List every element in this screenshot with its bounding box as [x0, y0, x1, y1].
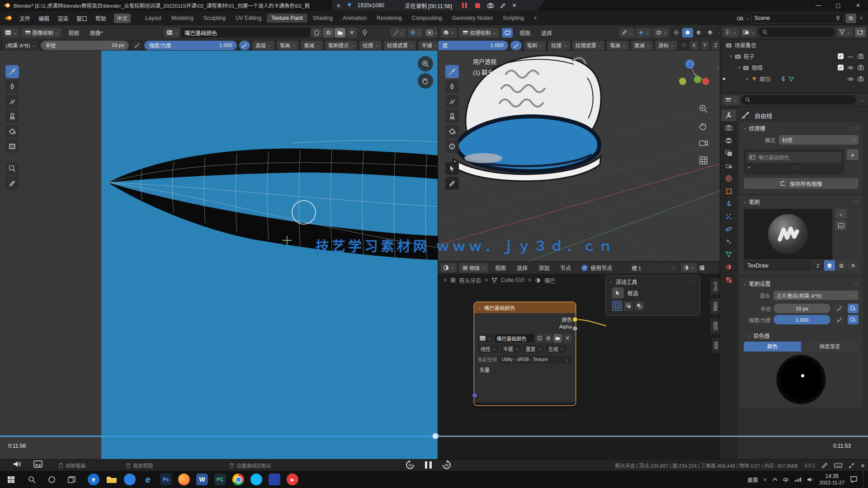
color-wheel-cursor[interactable] [801, 374, 804, 377]
chevron-down-icon[interactable]: ⌄ [743, 282, 746, 286]
radius-pressure-button[interactable] [833, 304, 845, 313]
socket-alpha-output[interactable] [572, 326, 578, 331]
workspace-tab-modeling[interactable]: Modeling [167, 14, 198, 23]
taskbar-date[interactable]: 2022-11-27 [820, 480, 844, 486]
gizmo-axis-y[interactable] [694, 76, 701, 83]
node-image-browse[interactable]: ⌄ [478, 334, 493, 343]
scene-chevron-icon[interactable]: ⌄ [746, 16, 750, 20]
collection-eyes-checkbox[interactable]: ✓ [838, 65, 844, 70]
tab-texture[interactable] [721, 274, 736, 286]
popover-falloff[interactable]: 衰减⌄ [301, 41, 323, 50]
taskbar-app-blue-square[interactable] [269, 474, 280, 485]
tool-gradient-button[interactable] [5, 140, 19, 153]
cortana-button[interactable] [42, 476, 61, 483]
ime-indicator[interactable]: 中 [783, 475, 789, 484]
start-button[interactable] [0, 476, 22, 483]
taskbar-app-ps[interactable]: Ps [160, 474, 172, 485]
tool-soften-button[interactable] [5, 80, 19, 93]
properties-options-chevron[interactable]: ⌄ [859, 98, 866, 102]
socket-vector-input[interactable] [472, 393, 477, 398]
taskbar-app-ie[interactable]: e [142, 474, 154, 485]
viewport-grid-icon[interactable] [698, 155, 708, 165]
workspace-tab-shading[interactable]: Shading [308, 14, 337, 23]
brush-users-count[interactable]: 2 [812, 260, 823, 271]
panel-grip-icon[interactable]: :::: [853, 281, 859, 286]
taskbar-search-button[interactable] [22, 476, 42, 483]
outliner-row-object-eyewhite[interactable]: ▸ 眼白 [720, 73, 868, 84]
color-wheel[interactable] [777, 355, 826, 404]
outliner-row-scene-collection[interactable]: 场景集合 [720, 39, 868, 51]
popover-advanced[interactable]: 高级⌄ [252, 41, 274, 50]
node-source-dropdown[interactable]: 生成⌄ [546, 344, 567, 353]
shading-wireframe-button[interactable] [671, 28, 682, 38]
node-header[interactable]: ⌄ 嘴巴基础颜色 [474, 302, 576, 313]
recorder-menu-icon[interactable]: ≡ [337, 2, 340, 9]
image-browse-button[interactable]: ⌄ [164, 28, 180, 38]
collection-shoes-checkbox[interactable]: ✓ [838, 53, 844, 59]
blend-mode-dropdown[interactable]: (相乘 A*B)⌄ [3, 41, 38, 50]
shrink-icon[interactable] [849, 463, 854, 469]
image-open-button[interactable] [335, 28, 345, 38]
tray-expand-icon[interactable] [772, 478, 778, 481]
brush-selector-chevron[interactable]: ⌄ [835, 209, 847, 219]
workspace-tab-sculpting[interactable]: Sculpting [199, 14, 230, 23]
chevron-down-icon[interactable]: ⌄ [609, 280, 613, 284]
image-copy-button[interactable]: ⧉ [323, 28, 334, 38]
recorder-pencil-icon[interactable] [500, 3, 506, 9]
gizmo-axis-x[interactable] [702, 78, 709, 85]
tool-3d-clone-button[interactable] [445, 110, 459, 123]
taskbar-app-explorer[interactable] [106, 474, 118, 485]
outliner-restriction-dropdown[interactable]: ⌄ [741, 28, 757, 37]
viewport-zoom-icon[interactable] [698, 104, 708, 114]
radius-slider[interactable]: 半径 19 px [41, 41, 129, 50]
chevron-down-icon[interactable]: ⌄ [747, 333, 751, 338]
node-tab-arrange[interactable]: 排列 [710, 318, 720, 335]
popover-cursor[interactable]: 笔刷提示⌄ [325, 41, 358, 50]
properties-filter-dropdown[interactable]: ⌄ [723, 95, 739, 105]
taskbar-app-chrome[interactable] [232, 474, 244, 485]
tool-sample-button[interactable] [5, 162, 19, 175]
taskbar-app-pycharm[interactable]: PC [214, 474, 226, 485]
window-close-button[interactable]: ✕ [848, 2, 868, 9]
speaker-icon[interactable] [807, 477, 814, 483]
outliner-display-mode-dropdown[interactable]: ⌄ [723, 28, 739, 37]
tab-particles[interactable] [721, 211, 736, 222]
image-name-field[interactable]: 嘴巴基础颜色 [181, 28, 310, 38]
workspace-tab-compositing[interactable]: Compositing [407, 14, 447, 23]
popover-texture-mask[interactable]: 纹理遮罩⌄ [384, 41, 416, 50]
properties-strength-slider[interactable]: 1.000 [774, 315, 830, 324]
brush-preview-toggle[interactable] [835, 221, 847, 230]
chevron-down-icon[interactable]: ⌄ [743, 200, 746, 204]
object-eyewhite-render-icon[interactable] [858, 76, 864, 81]
tab-physics[interactable] [721, 223, 736, 235]
mirror-z-toggle[interactable]: Z [712, 41, 720, 50]
taskbar-app-word[interactable]: W [196, 474, 208, 485]
image-menu-view[interactable]: 视图 [64, 29, 83, 37]
select-mode-subtract[interactable] [635, 301, 644, 310]
tab-tool[interactable] [721, 109, 736, 121]
brush-unlink-button[interactable]: ✕ [848, 260, 859, 271]
viewport-mode-dropdown[interactable]: 纹理绘制 ⌄ [459, 28, 500, 38]
keyboard-icon[interactable] [834, 463, 842, 468]
outliner-search-field[interactable] [759, 28, 835, 37]
window-maximize-button[interactable]: ▢ [828, 2, 848, 9]
object-eyewhite-visible-icon[interactable] [847, 77, 854, 81]
notification-icon[interactable] [850, 476, 858, 483]
scene-pin-icon[interactable] [835, 15, 840, 21]
panel-grip-icon[interactable]: :::: [853, 199, 859, 204]
image-fake-user-button[interactable] [311, 28, 322, 38]
recorder-pin-icon[interactable] [347, 2, 352, 9]
outliner-filter-dropdown[interactable]: ⌄ [837, 28, 853, 37]
network-icon[interactable] [794, 477, 802, 482]
strength-slider[interactable]: 强度/力度 1.000 [144, 41, 236, 50]
recorder-pause-button[interactable] [462, 3, 467, 8]
tool-draw-button[interactable] [5, 65, 19, 78]
painted-image[interactable] [101, 51, 438, 459]
gizmo-axis-minus-y[interactable] [679, 78, 686, 85]
collection-shoes-render-icon[interactable] [858, 54, 864, 59]
brush-copy-button[interactable]: ⧉ [836, 260, 847, 271]
navigation-gizmo[interactable]: Z [679, 59, 715, 90]
menu-file[interactable]: 文件 [15, 14, 34, 22]
select-mode-new[interactable] [612, 301, 622, 311]
brush-name-field[interactable]: TexDraw [744, 260, 811, 271]
